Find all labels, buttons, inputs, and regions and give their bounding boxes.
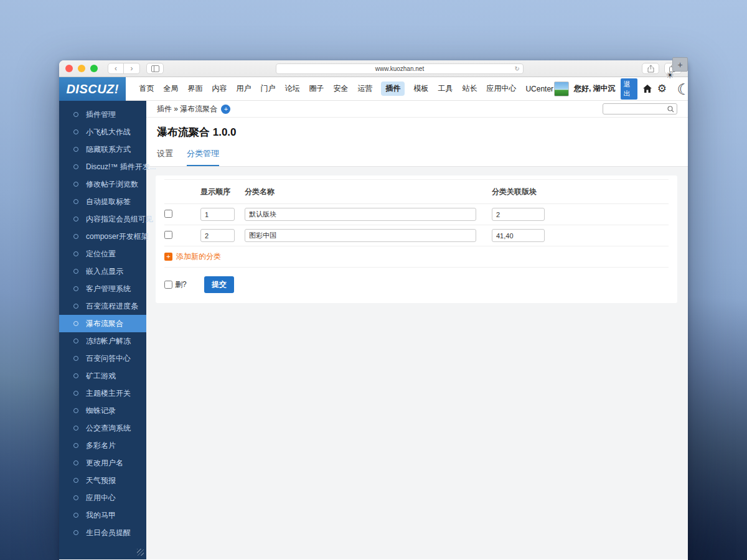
top-nav-item[interactable]: 站长 [461, 82, 477, 96]
address-bar[interactable]: www.kuozhan.net ↻ [276, 63, 524, 74]
top-nav-item[interactable]: 应用中心 [486, 82, 517, 96]
sidebar-item-label: 应用中心 [86, 493, 116, 503]
row-select-checkbox[interactable] [164, 210, 172, 218]
sidebar-item[interactable]: 修改帖子浏览数 [59, 175, 146, 193]
linked-forums-input[interactable] [492, 229, 545, 242]
delete-checkbox[interactable] [164, 281, 172, 289]
resize-grip[interactable] [137, 549, 144, 556]
add-category-row: + 添加新的分类 [164, 246, 669, 268]
top-nav-item[interactable]: 界面 [187, 82, 203, 96]
minimize-window-button[interactable] [78, 65, 85, 72]
zoom-window-button[interactable] [90, 65, 98, 72]
sidebar-item[interactable]: 瀑布流聚合 [59, 315, 146, 332]
category-name-input[interactable] [245, 229, 476, 242]
order-input[interactable] [200, 229, 235, 242]
circle-bullet-icon [73, 443, 78, 448]
sidebar-item-label: 公交查询系统 [86, 423, 131, 434]
column-header-order: 显示顺序 [200, 187, 245, 197]
sidebar-item[interactable]: 生日会员提醒 [59, 524, 146, 541]
sidebar-item[interactable]: 矿工游戏 [59, 367, 146, 385]
top-nav-item[interactable]: 模板 [413, 82, 429, 96]
column-header-forums: 分类关联版块 [492, 187, 545, 197]
top-nav-item[interactable]: 工具 [437, 82, 453, 96]
user-greeting: 您好, 湖中沉 [574, 83, 616, 94]
sidebar-item[interactable]: 客户管理系统 [59, 280, 146, 297]
top-nav-item[interactable]: 插件 [381, 82, 405, 96]
gear-icon[interactable]: ⚙ [657, 82, 667, 95]
logout-button[interactable]: 退出 [621, 78, 637, 100]
sidebar-item[interactable]: 小飞机大作战 [59, 123, 146, 141]
top-nav-item[interactable]: 论坛 [284, 82, 300, 96]
sidebar-item[interactable]: Discuz!™ 插件开发... [59, 158, 146, 175]
add-favorite-icon[interactable]: + [221, 105, 230, 114]
sidebar-item[interactable]: 嵌入点显示 [59, 263, 146, 280]
category-card: 显示顺序 分类名称 分类关联版块 + 添加新的分类 删? [156, 175, 677, 303]
sidebar-item[interactable]: 隐藏联系方式 [59, 141, 146, 158]
page-title: 瀑布流聚合 1.0.0 [157, 125, 688, 139]
top-nav-item[interactable]: 内容 [211, 82, 227, 96]
category-name-input[interactable] [245, 208, 476, 221]
search-input[interactable] [606, 105, 667, 113]
browser-window: ‹ › www.kuozhan.net ↻ DISCUZ! 首页 [59, 60, 688, 560]
sidebar-item[interactable]: 冻结帐户解冻 [59, 332, 146, 350]
sidebar-item[interactable]: 定位位置 [59, 245, 146, 263]
sidebar-item[interactable]: 应用中心 [59, 489, 146, 506]
top-nav-item[interactable]: 安全 [332, 82, 349, 96]
home-icon[interactable] [642, 84, 652, 93]
top-nav-item[interactable]: 全局 [162, 82, 179, 96]
top-nav-item[interactable]: 首页 [138, 82, 154, 96]
forward-button[interactable]: › [124, 63, 140, 74]
tab-category-management[interactable]: 分类管理 [187, 148, 219, 166]
sidebar-item[interactable]: 我的马甲 [59, 506, 146, 524]
avatar[interactable] [554, 82, 569, 96]
share-button[interactable] [642, 63, 659, 74]
sidebar-item[interactable]: 自动提取标签 [59, 193, 146, 210]
sidebar-item-label: 百变问答中心 [86, 353, 131, 364]
sidebar-item[interactable]: 百变流程进度条 [59, 297, 146, 315]
sidebar-item-label: 定位位置 [86, 249, 116, 259]
delete-label: 删? [175, 279, 187, 290]
sidebar-toggle-button[interactable] [146, 63, 164, 74]
sidebar-item-label: 插件管理 [86, 110, 116, 120]
table-header-row: 显示顺序 分类名称 分类关联版块 [164, 179, 669, 204]
sidebar-item-label: 内容指定会员组可见 [86, 214, 153, 225]
traffic-lights [65, 65, 98, 72]
discuz-logo[interactable]: DISCUZ! [59, 77, 126, 101]
sidebar-item-label: 客户管理系统 [86, 284, 131, 294]
circle-bullet-icon [73, 269, 78, 274]
sidebar-item[interactable]: 主题楼主开关 [59, 385, 146, 402]
sidebar-item[interactable]: 天气预报 [59, 472, 146, 489]
sidebar-item[interactable]: composer开发框架 [59, 228, 146, 245]
admin-search-box[interactable] [603, 103, 677, 114]
sidebar-item-label: 修改帖子浏览数 [86, 179, 138, 190]
corner-plus-widget: + [672, 57, 688, 72]
sidebar-item[interactable]: 内容指定会员组可见 [59, 210, 146, 228]
order-input[interactable] [200, 208, 235, 221]
sidebar-item[interactable]: 公交查询系统 [59, 419, 146, 437]
top-nav-item[interactable]: 圈子 [308, 82, 324, 96]
reload-icon[interactable]: ↻ [515, 65, 520, 72]
top-nav-item[interactable]: UCenter [525, 83, 554, 95]
sidebar-item[interactable]: 蜘蛛记录 [59, 402, 146, 419]
linked-forums-input[interactable] [492, 208, 545, 221]
sidebar-item[interactable]: 插件管理 [59, 106, 146, 123]
tab-settings[interactable]: 设置 [157, 148, 173, 166]
sidebar-item-label: 隐藏联系方式 [86, 144, 131, 155]
sidebar-item-label: 我的马甲 [86, 510, 116, 521]
sidebar-item-label: 多彩名片 [86, 441, 116, 451]
sidebar-item-label: 更改用户名 [86, 458, 123, 469]
sidebar-item-label: 生日会员提醒 [86, 528, 131, 538]
sidebar-item[interactable]: 更改用户名 [59, 454, 146, 472]
close-window-button[interactable] [65, 65, 73, 72]
sidebar-item[interactable]: 多彩名片 [59, 437, 146, 454]
circle-bullet-icon [73, 304, 78, 309]
circle-bullet-icon [73, 286, 78, 291]
top-nav-item[interactable]: 门户 [260, 82, 276, 96]
back-button[interactable]: ‹ [108, 63, 124, 74]
row-select-checkbox[interactable] [164, 231, 172, 239]
top-nav-item[interactable]: 运营 [357, 82, 373, 96]
top-nav-item[interactable]: 用户 [235, 82, 251, 96]
sidebar-item[interactable]: 百变问答中心 [59, 350, 146, 367]
submit-button[interactable]: 提交 [204, 276, 234, 293]
add-category-link[interactable]: 添加新的分类 [176, 251, 221, 262]
